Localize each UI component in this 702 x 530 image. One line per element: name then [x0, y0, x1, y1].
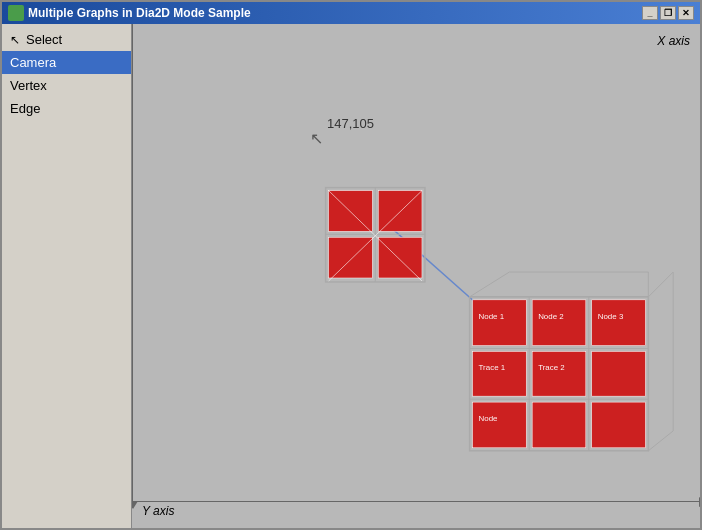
small-cube	[326, 188, 425, 282]
sidebar-item-label-camera: Camera	[10, 55, 56, 70]
svg-rect-6	[378, 237, 422, 278]
svg-text:Node 3: Node 3	[598, 312, 624, 321]
svg-rect-27	[473, 402, 527, 448]
graph-visualization: Node 1 Node 2 Node 3 Trace 1 Trace 2 Nod…	[132, 24, 700, 528]
large-cube: Node 1 Node 2 Node 3 Trace 1 Trace 2 Nod…	[470, 272, 674, 451]
sidebar-item-label-edge: Edge	[10, 101, 40, 116]
minimize-button[interactable]: _	[642, 6, 658, 20]
svg-rect-5	[329, 237, 373, 278]
sidebar-item-camera[interactable]: Camera	[2, 51, 131, 74]
content-area: ↖SelectCameraVertexEdge X axis 147,105 ↖…	[2, 24, 700, 528]
svg-rect-30	[592, 402, 646, 448]
sidebar-item-vertex[interactable]: Vertex	[2, 74, 131, 97]
close-button[interactable]: ✕	[678, 6, 694, 20]
svg-text:Trace 2: Trace 2	[538, 363, 565, 372]
svg-marker-11	[648, 272, 673, 451]
svg-marker-10	[470, 272, 649, 297]
app-icon	[8, 5, 24, 21]
svg-text:Node: Node	[479, 414, 499, 423]
svg-rect-24	[532, 351, 586, 396]
svg-text:Node 2: Node 2	[538, 312, 564, 321]
sidebar: ↖SelectCameraVertexEdge	[2, 24, 132, 528]
window-title: Multiple Graphs in Dia2D Mode Sample	[28, 6, 642, 20]
main-canvas[interactable]: X axis 147,105 ↖ Y axis	[132, 24, 700, 528]
application-window: Multiple Graphs in Dia2D Mode Sample _ ❐…	[0, 0, 702, 530]
svg-text:Node 1: Node 1	[479, 312, 505, 321]
svg-rect-20	[592, 300, 646, 346]
svg-text:Trace 1: Trace 1	[479, 363, 506, 372]
svg-rect-29	[532, 402, 586, 448]
svg-rect-26	[592, 351, 646, 396]
sidebar-item-select[interactable]: ↖Select	[2, 28, 131, 51]
sidebar-item-edge[interactable]: Edge	[2, 97, 131, 120]
restore-button[interactable]: ❐	[660, 6, 676, 20]
svg-rect-22	[473, 351, 527, 396]
sidebar-item-label-select: Select	[26, 32, 62, 47]
title-bar: Multiple Graphs in Dia2D Mode Sample _ ❐…	[2, 2, 700, 24]
window-controls: _ ❐ ✕	[642, 6, 694, 20]
cursor-icon: ↖	[10, 33, 20, 47]
svg-rect-18	[532, 300, 586, 346]
sidebar-item-label-vertex: Vertex	[10, 78, 47, 93]
svg-rect-16	[473, 300, 527, 346]
